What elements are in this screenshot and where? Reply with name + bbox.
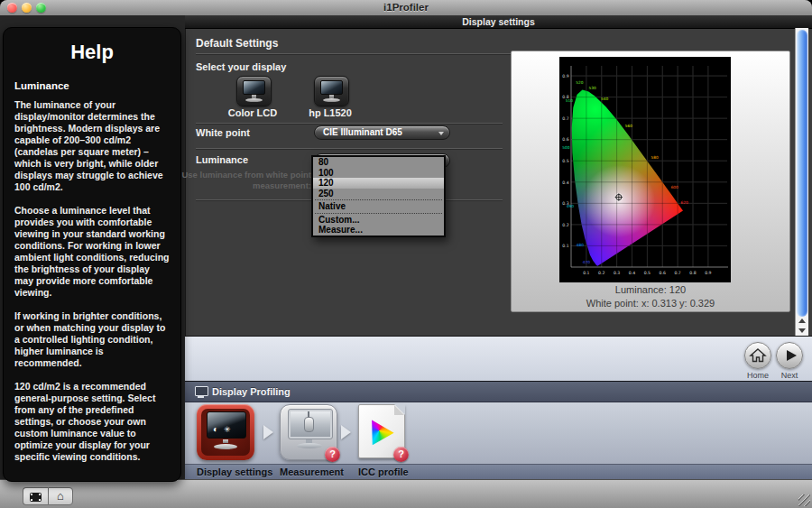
app-window: i1Profiler Display settings Help Luminan… [0,0,812,508]
svg-text:520: 520 [576,80,583,85]
white-point-caption: White point: x: 0.313 y: 0.329 [512,298,789,309]
help-paragraph: If working in brighter conditions, or wh… [14,310,170,369]
svg-text:470: 470 [583,260,590,264]
svg-text:510: 510 [566,98,573,103]
monitor-icon [243,80,265,95]
arrow-down-icon [798,328,806,333]
display-option-hp-l1520[interactable] [314,76,349,106]
workflow-labels: Display settings Measurement ICC profile [185,464,812,479]
svg-text:0.7: 0.7 [562,116,568,121]
svg-text:540: 540 [601,97,608,101]
step-arrow-icon [341,425,351,439]
window-resize-grip[interactable] [798,494,810,506]
svg-text:0.7: 0.7 [674,271,680,275]
menu-item-250[interactable]: 250 [313,189,444,199]
brightness-icon: ✳ [224,425,231,434]
step-icc-profile[interactable]: ? [358,402,416,460]
section-title: Default Settings [196,37,278,50]
svg-text:0.1: 0.1 [562,244,568,248]
white-point-label: White point [196,127,250,138]
luminance-menu: 80 100 120 250 Native Custom... Measure.… [311,155,446,237]
white-point-marker [615,193,623,200]
svg-text:0.4: 0.4 [562,180,568,185]
step-label-display-settings: Display settings [197,466,272,477]
svg-text:0.5: 0.5 [562,159,568,163]
workflow-steps: ◐ ✳ ? ? [185,402,812,464]
window-title: i1Profiler [0,2,812,13]
contrast-icon: ◐ [213,424,218,434]
step-arrow-icon [263,425,273,439]
svg-text:0.9: 0.9 [705,271,711,275]
display-option-label: hp L1520 [294,107,366,118]
question-badge: ? [393,447,409,462]
display-option-label: Color LCD [217,107,289,118]
svg-text:480: 480 [577,243,584,247]
white-point-dropdown[interactable]: CIE Illuminant D65 [314,125,450,140]
svg-text:0.9: 0.9 [562,74,568,79]
view-header: Display settings [185,15,812,29]
monitor-icon [320,80,343,95]
icc-profile-document-icon: ? [358,404,405,458]
step-display-settings[interactable]: ◐ ✳ [197,404,254,460]
help-paragraph: Choose a luminance level that provides y… [14,205,170,299]
divider [196,123,503,124]
chevron-down-icon [438,132,444,135]
nav-strip: Home Next [185,336,812,381]
svg-text:560: 560 [625,124,632,128]
display-option-color-lcd[interactable] [236,76,272,106]
help-paragraph: The luminance of your display/monitor de… [14,99,170,193]
next-button[interactable] [776,342,803,369]
divider [196,148,503,149]
svg-text:0.3: 0.3 [614,271,620,275]
svg-text:530: 530 [589,86,596,90]
menu-item-120-selected[interactable]: 120 [313,178,444,189]
help-heading: Luminance [14,80,170,91]
svg-text:0.2: 0.2 [598,271,604,275]
window-bottom-bar: ⌂ [0,479,812,508]
menu-separator [315,213,442,214]
home-button-label: Home [740,371,776,380]
menu-item-custom[interactable]: Custom... [313,215,444,226]
measurement-device-icon [304,417,314,432]
svg-text:0.5: 0.5 [644,271,651,275]
menu-item-measure[interactable]: Measure... [313,225,444,236]
help-title: Help [14,41,170,64]
next-button-label: Next [771,371,807,380]
arrow-up-icon [798,319,806,323]
home-button[interactable] [744,342,771,369]
resize-view-button[interactable] [23,487,48,505]
help-panel: Help Luminance The luminance of your dis… [3,27,181,482]
home-view-button[interactable]: ⌂ [48,487,73,505]
fit-view-icon [30,493,42,502]
white-point-value: CIE Illuminant D65 [315,126,449,139]
svg-text:600: 600 [671,185,678,189]
svg-text:500: 500 [562,145,569,150]
svg-text:0.2: 0.2 [562,223,568,227]
menu-item-native[interactable]: Native [313,201,444,212]
cie-chromaticity-diagram: 0.10.20.30.40.50.60.70.80.90.10.20.30.40… [559,57,731,282]
view-mode-segmented-control: ⌂ [23,487,73,505]
view-title: Display settings [185,15,812,28]
chromaticity-panel: 0.10.20.30.40.50.60.70.80.90.10.20.30.40… [511,51,790,312]
scrollbar-thumb[interactable] [797,30,807,317]
titlebar: i1Profiler [0,0,812,16]
workflow-title: Display Profiling [212,386,291,397]
menu-item-100[interactable]: 100 [313,168,444,179]
monitor-icon [195,386,208,396]
step-measurement[interactable]: ? [280,404,337,460]
svg-text:580: 580 [651,155,659,160]
luminance-caption: Luminance: 120 [512,284,789,295]
scroll-up-button[interactable] [796,317,808,326]
step-label-measurement: Measurement [280,466,344,477]
play-next-icon [787,350,797,361]
scroll-down-button[interactable] [796,326,808,335]
select-display-label: Select your display [196,61,286,72]
luminance-label: Luminance [196,154,248,165]
svg-text:620: 620 [680,200,687,205]
menu-item-80[interactable]: 80 [313,157,444,168]
svg-text:490: 490 [567,204,574,208]
svg-text:0.6: 0.6 [562,137,568,142]
color-gamut-icon [366,417,397,448]
vertical-scrollbar[interactable] [795,28,808,336]
svg-text:0.1: 0.1 [583,271,589,275]
